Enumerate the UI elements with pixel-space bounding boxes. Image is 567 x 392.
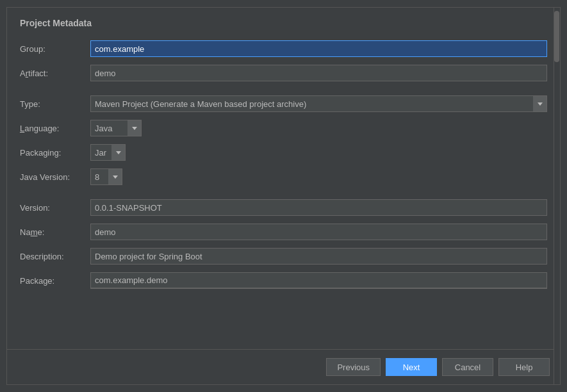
next-button[interactable]: Next bbox=[386, 358, 437, 376]
version-label: Version: bbox=[20, 203, 90, 213]
project-metadata-dialog: Project Metadata Group: Artifact: Type: … bbox=[6, 7, 561, 385]
artifact-label: Artifact: bbox=[20, 69, 90, 78]
packaging-row: Packaging: Jar War bbox=[20, 143, 547, 161]
type-label: Type: bbox=[20, 99, 90, 109]
cancel-button[interactable]: Cancel bbox=[442, 358, 493, 376]
help-button[interactable]: Help bbox=[498, 358, 550, 376]
version-input[interactable] bbox=[90, 199, 547, 216]
description-input[interactable] bbox=[90, 248, 547, 265]
artifact-row: Artifact: bbox=[20, 64, 547, 82]
language-select-wrapper: Java Kotlin Groovy bbox=[90, 120, 142, 136]
type-select-wrapper: Maven Project (Generate a Maven based pr… bbox=[90, 95, 547, 112]
scrollbar-track[interactable] bbox=[554, 8, 560, 384]
language-select[interactable]: Java Kotlin Groovy bbox=[90, 120, 142, 136]
name-input[interactable] bbox=[90, 224, 547, 240]
group-input[interactable] bbox=[90, 40, 547, 57]
type-row: Type: Maven Project (Generate a Maven ba… bbox=[20, 95, 547, 113]
type-select[interactable]: Maven Project (Generate a Maven based pr… bbox=[90, 95, 547, 112]
language-label: Language: bbox=[20, 124, 90, 133]
scrollbar-thumb[interactable] bbox=[554, 11, 559, 62]
group-row: Group: bbox=[20, 40, 547, 58]
language-row: Language: Java Kotlin Groovy bbox=[20, 119, 547, 137]
dialog-title: Project Metadata bbox=[20, 18, 547, 28]
group-label: Group: bbox=[20, 44, 90, 54]
package-label: Package: bbox=[20, 276, 90, 286]
artifact-input[interactable] bbox=[90, 65, 547, 81]
description-label: Description: bbox=[20, 252, 90, 261]
name-row: Name: bbox=[20, 223, 547, 241]
packaging-select[interactable]: Jar War bbox=[90, 144, 126, 161]
package-input[interactable] bbox=[90, 272, 547, 289]
previous-button[interactable]: Previous bbox=[326, 358, 381, 376]
java-version-row: Java Version: 8 11 17 21 bbox=[20, 168, 547, 186]
packaging-select-wrapper: Jar War bbox=[90, 144, 126, 161]
name-label: Name: bbox=[20, 227, 90, 237]
version-row: Version: bbox=[20, 199, 547, 216]
package-row: Package: bbox=[20, 272, 547, 290]
java-version-select-wrapper: 8 11 17 21 bbox=[90, 168, 122, 185]
java-version-label: Java Version: bbox=[20, 172, 90, 182]
dialog-body: Project Metadata Group: Artifact: Type: … bbox=[7, 8, 560, 349]
dialog-footer: Previous Next Cancel Help bbox=[7, 349, 560, 384]
packaging-label: Packaging: bbox=[20, 148, 90, 158]
java-version-select[interactable]: 8 11 17 21 bbox=[90, 168, 122, 185]
description-row: Description: bbox=[20, 247, 547, 265]
